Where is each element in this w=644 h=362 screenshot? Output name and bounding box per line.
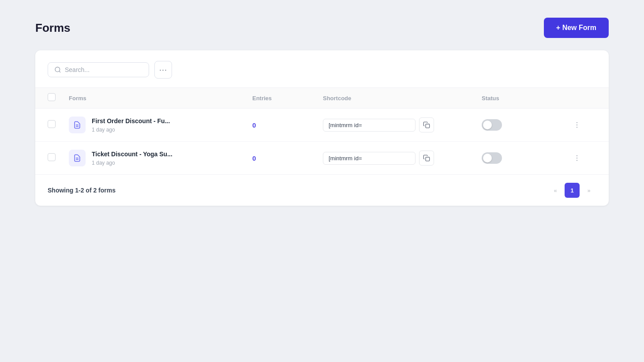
row-checkbox-0[interactable] <box>48 120 56 128</box>
document-icon <box>73 154 82 162</box>
select-all-checkbox[interactable] <box>48 93 56 101</box>
page-1-button[interactable]: 1 <box>565 183 580 198</box>
form-icon-1 <box>69 150 86 166</box>
status-cell-0 <box>482 119 570 131</box>
form-name-1: Ticket Discount - Yoga Su... <box>92 150 172 159</box>
showing-range: 1-2 of 2 forms <box>75 187 116 194</box>
search-icon <box>54 66 61 73</box>
header-status: Status <box>482 95 570 102</box>
more-vertical-icon <box>573 154 581 162</box>
select-all-checkbox-cell <box>48 93 69 103</box>
table-row: Ticket Discount - Yoga Su... 1 day ago 0 <box>35 142 609 174</box>
document-icon <box>73 121 82 129</box>
shortcode-cell-0 <box>323 117 482 132</box>
showing-label: Showing <box>48 187 73 194</box>
form-date-0: 1 day ago <box>92 127 170 133</box>
svg-rect-2 <box>426 124 430 128</box>
form-date-1: 1 day ago <box>92 160 172 166</box>
shortcode-cell-1 <box>323 151 482 166</box>
copy-shortcode-button-1[interactable] <box>419 151 434 166</box>
row-checkbox-cell-0 <box>48 120 69 130</box>
header-shortcode: Shortcode <box>323 95 482 102</box>
shortcode-input-0[interactable] <box>323 119 416 132</box>
pagination-bar: Showing 1-2 of 2 forms « 1 » <box>35 174 609 206</box>
page-header: Forms + New Form <box>35 18 609 38</box>
form-cell-0: First Order Discount - Fu... 1 day ago <box>69 117 252 133</box>
status-toggle-0[interactable] <box>482 119 502 131</box>
entries-cell-0: 0 <box>252 121 323 129</box>
row-actions-cell-0 <box>570 118 596 132</box>
svg-line-1 <box>59 71 60 72</box>
svg-point-7 <box>577 155 577 156</box>
row-more-button-1[interactable] <box>570 151 584 165</box>
more-vertical-icon <box>573 121 581 129</box>
status-toggle-1[interactable] <box>482 152 502 164</box>
copy-icon <box>423 155 430 162</box>
svg-rect-6 <box>426 157 430 161</box>
form-name-0: First Order Discount - Fu... <box>92 117 170 126</box>
search-input[interactable] <box>65 66 142 73</box>
main-card: ··· Forms Entries Shortcode Status <box>35 50 609 206</box>
svg-point-9 <box>577 160 577 161</box>
last-page-button[interactable]: » <box>581 183 596 198</box>
svg-point-8 <box>577 158 577 158</box>
status-cell-1 <box>482 152 570 164</box>
header-forms: Forms <box>69 95 252 102</box>
row-actions-cell-1 <box>570 151 596 165</box>
copy-shortcode-button-0[interactable] <box>419 117 434 132</box>
toggle-slider-0 <box>482 119 502 131</box>
form-cell-1: Ticket Discount - Yoga Su... 1 day ago <box>69 150 252 166</box>
page-title: Forms <box>35 21 70 35</box>
row-checkbox-cell-1 <box>48 153 69 163</box>
first-page-button[interactable]: « <box>548 183 563 198</box>
row-more-button-0[interactable] <box>570 118 584 132</box>
svg-point-0 <box>55 67 60 72</box>
svg-point-5 <box>577 127 577 128</box>
ellipsis-icon: ··· <box>159 65 167 75</box>
header-entries: Entries <box>252 95 323 102</box>
shortcode-input-1[interactable] <box>323 152 416 165</box>
table-body: First Order Discount - Fu... 1 day ago 0 <box>35 109 609 174</box>
toolbar: ··· <box>35 50 609 88</box>
toolbar-more-button[interactable]: ··· <box>154 61 172 79</box>
showing-text: Showing 1-2 of 2 forms <box>48 187 116 194</box>
svg-point-4 <box>577 124 577 125</box>
svg-point-3 <box>577 122 577 123</box>
copy-icon <box>423 121 430 128</box>
page-container: Forms + New Form ··· Forms Entries Short… <box>0 0 644 223</box>
table-header: Forms Entries Shortcode Status <box>35 88 609 109</box>
search-box <box>48 62 149 77</box>
entries-cell-1: 0 <box>252 155 323 162</box>
pagination-controls: « 1 » <box>548 183 596 198</box>
row-checkbox-1[interactable] <box>48 153 56 161</box>
new-form-button[interactable]: + New Form <box>544 18 609 38</box>
table-row: First Order Discount - Fu... 1 day ago 0 <box>35 109 609 142</box>
toggle-slider-1 <box>482 152 502 164</box>
form-icon-0 <box>69 117 86 133</box>
